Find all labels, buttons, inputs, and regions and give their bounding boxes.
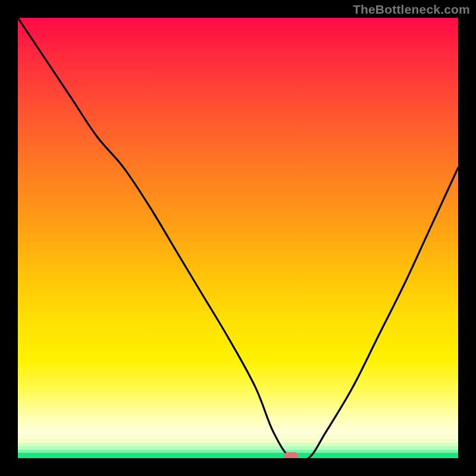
optimum-marker: [284, 452, 298, 458]
bottleneck-curve: [18, 18, 458, 458]
chart-frame: TheBottleneck.com: [0, 0, 476, 476]
plot-area: [18, 18, 458, 458]
watermark-text: TheBottleneck.com: [353, 2, 470, 17]
